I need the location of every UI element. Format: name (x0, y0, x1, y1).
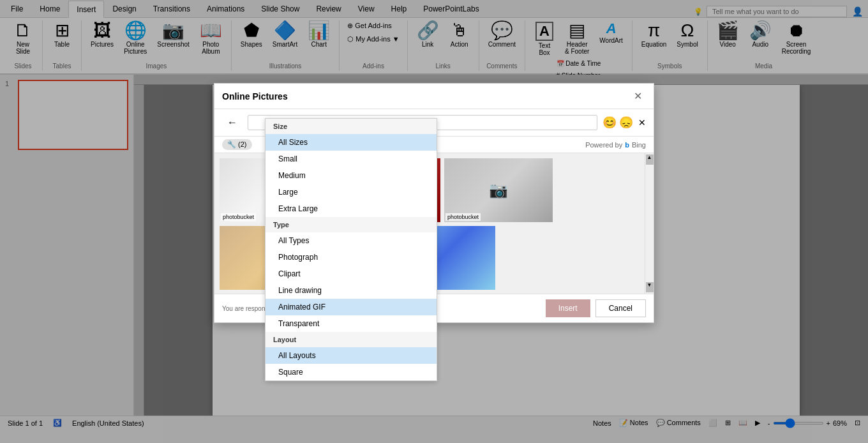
type-transparent[interactable]: Transparent (266, 315, 437, 332)
size-section-header: Size (266, 119, 437, 134)
back-button[interactable]: ← (222, 114, 243, 131)
dialog-overlay: Online Pictures ✕ ← 😊 😞 ✕ 🔧 (2) Powered … (0, 0, 868, 443)
type-photograph[interactable]: Photograph (266, 249, 437, 266)
close-search-button[interactable]: ✕ (638, 117, 646, 128)
size-medium[interactable]: Medium (266, 167, 437, 184)
scroll-down-button[interactable]: ▼ (646, 282, 654, 292)
filter-dropdown: Size All Sizes Small Medium Large Extra … (265, 118, 437, 381)
powered-by: Powered by b Bing (585, 141, 646, 149)
layout-section-header: Layout (266, 332, 437, 347)
dialog-title: Online Pictures (222, 91, 288, 101)
size-large[interactable]: Large (266, 184, 437, 200)
size-all-sizes[interactable]: All Sizes (266, 134, 437, 151)
insert-button[interactable]: Insert (546, 299, 590, 317)
cancel-button[interactable]: Cancel (595, 299, 646, 317)
type-clipart[interactable]: Clipart (266, 266, 437, 282)
type-animated-gif[interactable]: Animated GIF (266, 299, 437, 315)
layout-all-layouts[interactable]: All Layouts (266, 347, 437, 364)
dialog-close-button[interactable]: ✕ (630, 89, 646, 103)
dialog-title-bar: Online Pictures ✕ (214, 84, 654, 109)
size-small[interactable]: Small (266, 151, 437, 167)
type-section-header: Type (266, 217, 437, 232)
image-thumb-3[interactable]: 📷 photobucket (444, 158, 553, 222)
size-extra-large[interactable]: Extra Large (266, 200, 437, 217)
emoji-happy-button[interactable]: 😊 (602, 116, 617, 130)
scroll-up-button[interactable]: ▲ (646, 154, 654, 165)
scrollbar[interactable]: ▲ ▼ (645, 153, 654, 294)
layout-square[interactable]: Square (266, 364, 437, 380)
type-line-drawing[interactable]: Line drawing (266, 282, 437, 299)
emoji-sad-button[interactable]: 😞 (619, 116, 633, 130)
filter-button[interactable]: 🔧 (2) (222, 139, 252, 150)
type-all-types[interactable]: All Types (266, 232, 437, 249)
